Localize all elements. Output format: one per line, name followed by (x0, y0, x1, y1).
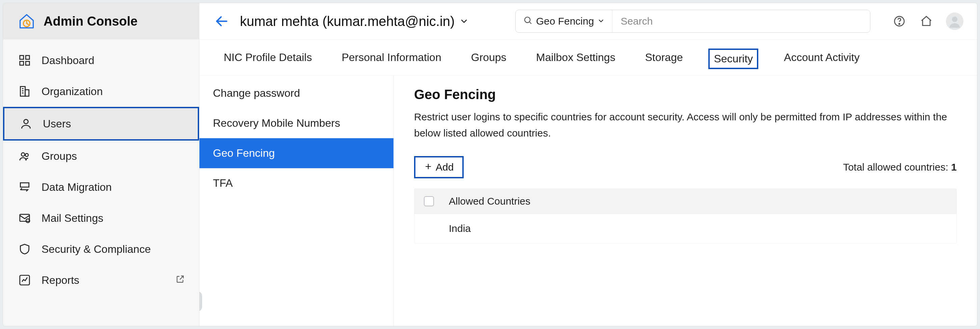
svg-rect-14 (20, 214, 30, 221)
tab-groups[interactable]: Groups (467, 49, 511, 69)
sidebar-item-label: Dashboard (41, 54, 185, 67)
user-icon (19, 116, 33, 131)
detail-panel: Geo Fencing Restrict user logins to spec… (394, 76, 977, 326)
avatar[interactable] (946, 13, 964, 30)
top-bar: kumar mehta (kumar.mehta@nic.in) Geo Fen… (199, 3, 977, 40)
shield-icon (17, 242, 32, 256)
sidebar-item-label: Organization (41, 85, 185, 98)
sidebar-item-groups[interactable]: Groups (3, 141, 199, 172)
sidebar-item-dashboard[interactable]: Dashboard (3, 45, 199, 76)
chevron-down-icon (597, 16, 605, 27)
home-icon[interactable] (919, 14, 934, 28)
allowed-countries-table: Allowed Countries India (414, 188, 957, 244)
dashboard-icon (17, 53, 32, 68)
sidebar-item-label: Mail Settings (41, 212, 185, 225)
sidebar-item-security[interactable]: Security & Compliance (3, 234, 199, 265)
migration-icon (17, 180, 32, 195)
sidebar-item-label: Users (43, 118, 184, 130)
svg-rect-1 (20, 55, 24, 59)
svg-rect-2 (25, 55, 29, 59)
table-header: Allowed Countries (414, 189, 956, 214)
section-title: Geo Fencing (414, 87, 957, 102)
tab-personal-information[interactable]: Personal Information (337, 49, 445, 69)
tab-storage[interactable]: Storage (641, 49, 687, 69)
select-all-checkbox[interactable] (424, 196, 434, 206)
search-input[interactable] (612, 10, 870, 32)
country-cell: India (449, 223, 471, 234)
total-label: Total allowed countries: (843, 161, 951, 172)
svg-rect-6 (25, 90, 29, 96)
svg-rect-3 (20, 61, 24, 65)
brand-title: Admin Console (43, 14, 138, 28)
add-button-label: Add (436, 161, 453, 173)
plus-icon (424, 161, 432, 173)
svg-point-10 (24, 119, 29, 124)
top-icons (892, 13, 964, 30)
sidebar-item-reports[interactable]: Reports (3, 265, 199, 296)
svg-point-22 (952, 16, 958, 22)
action-row: Add Total allowed countries: 1 (414, 156, 957, 178)
tab-security[interactable]: Security (708, 49, 758, 69)
brand-logo-icon (16, 11, 37, 32)
sidebar-item-data-migration[interactable]: Data Migration (3, 172, 199, 202)
help-icon[interactable] (892, 14, 907, 28)
column-header-allowed-countries: Allowed Countries (449, 196, 530, 207)
subnav-geo-fencing[interactable]: Geo Fencing (199, 138, 393, 168)
brand-row: Admin Console (3, 3, 199, 40)
search-scope-label: Geo Fencing (536, 16, 594, 27)
total-allowed-countries: Total allowed countries: 1 (843, 161, 957, 173)
total-count-value: 1 (951, 161, 957, 172)
svg-rect-4 (25, 61, 29, 65)
tab-mailbox-settings[interactable]: Mailbox Settings (532, 49, 620, 69)
search-group: Geo Fencing (515, 10, 870, 33)
svg-point-12 (25, 153, 29, 157)
search-scope-dropdown[interactable]: Geo Fencing (515, 10, 612, 32)
sidebar-item-mail-settings[interactable]: Mail Settings (3, 202, 199, 234)
table-row[interactable]: India (414, 214, 956, 243)
svg-rect-5 (20, 87, 25, 96)
add-button[interactable]: Add (414, 156, 464, 178)
sidebar-item-label: Security & Compliance (41, 243, 185, 256)
chevron-down-icon (459, 16, 469, 26)
tab-account-activity[interactable]: Account Activity (780, 49, 864, 69)
back-button[interactable] (213, 13, 231, 30)
subnav-recovery-mobile[interactable]: Recovery Mobile Numbers (199, 108, 393, 138)
user-display-name: kumar mehta (kumar.mehta@nic.in) (240, 14, 455, 29)
groups-icon (17, 149, 32, 163)
sidebar: Admin Console Dashboard (3, 3, 199, 326)
security-subnav: Change password Recovery Mobile Numbers … (199, 76, 394, 326)
tabs-row: NIC Profile Details Personal Information… (199, 40, 977, 76)
lower-split: Change password Recovery Mobile Numbers … (199, 76, 977, 326)
sidebar-item-organization[interactable]: Organization (3, 76, 199, 107)
svg-point-11 (21, 153, 25, 156)
sidebar-item-label: Reports (41, 274, 166, 286)
sidebar-item-label: Data Migration (41, 181, 185, 193)
mail-settings-icon (17, 211, 32, 226)
section-description: Restrict user logins to specific countri… (414, 109, 957, 141)
svg-point-21 (899, 23, 900, 24)
content: kumar mehta (kumar.mehta@nic.in) Geo Fen… (199, 3, 977, 326)
svg-rect-13 (20, 183, 29, 187)
svg-point-18 (525, 17, 530, 22)
tab-nic-profile-details[interactable]: NIC Profile Details (220, 49, 316, 69)
sidebar-item-label: Groups (41, 150, 185, 163)
sidebar-nav: Dashboard Organization (3, 40, 199, 296)
search-icon (523, 16, 533, 27)
sidebar-item-users[interactable]: Users (3, 107, 199, 141)
organization-icon (17, 84, 32, 99)
svg-line-19 (530, 22, 531, 24)
user-title-dropdown[interactable]: kumar mehta (kumar.mehta@nic.in) (240, 14, 469, 29)
subnav-change-password[interactable]: Change password (199, 78, 393, 108)
reports-icon (17, 273, 32, 288)
subnav-tfa[interactable]: TFA (199, 168, 393, 198)
external-link-icon (175, 274, 185, 286)
